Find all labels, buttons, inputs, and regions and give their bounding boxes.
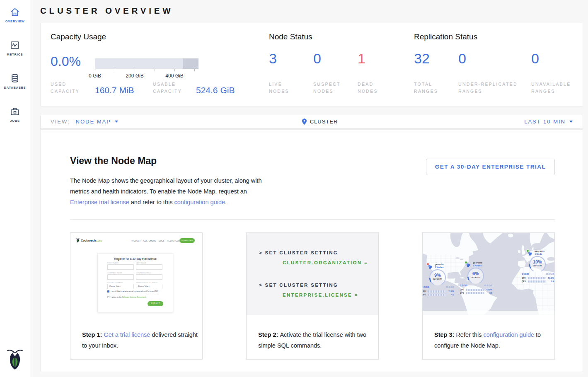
trial-registration-screenshot: Cockroach LABS PRODUCT CUSTOMERS DOCS RE…: [70, 233, 202, 320]
capacity-ring: 10% CAPACITY: [529, 256, 546, 273]
step3-caption: Step 3: Refer this configuration guide t…: [434, 329, 550, 351]
capacity-usage-title: Capacity Usage: [51, 32, 106, 41]
get-trial-license-link[interactable]: Get a trial license: [104, 331, 150, 338]
step1-card: Cockroach LABS PRODUCT CUSTOMERS DOCS RE…: [70, 232, 203, 360]
node-map-panel: View the Node Map The Node Map shows the…: [40, 129, 583, 372]
sidebar-item-databases[interactable]: DATABASES: [0, 73, 30, 89]
axis-tick-label: 200 GiB: [122, 73, 147, 79]
usable-capacity-value: 524.6 GiB: [196, 85, 235, 95]
suspect-nodes-label: SUSPECT NODES: [313, 81, 341, 95]
enterprise-trial-button[interactable]: GET A 30-DAY ENTERPRISE TRIAL: [426, 159, 555, 175]
home-icon: [10, 7, 20, 17]
configuration-guide-link[interactable]: configuration guide: [174, 199, 225, 205]
live-nodes-label: LIVE NODES: [269, 81, 289, 95]
download-button: DOWNLOAD: [179, 238, 195, 243]
location-pin-icon: [302, 118, 307, 125]
brand-text: Cockroach: [81, 239, 96, 242]
used-capacity-value: 160.7 MiB: [95, 85, 134, 95]
used-capacity-label: USED CAPACITY: [51, 81, 80, 95]
step2-caption: Step 2: Activate the trial license with …: [258, 329, 374, 351]
breadcrumb-cluster: CLUSTER: [310, 118, 338, 125]
unavailable-ranges-value: 0: [531, 51, 539, 67]
cockroach-labs-logo-icon: [76, 238, 80, 243]
brand-suffix: LABS: [96, 240, 102, 242]
under-replicated-ranges-value: 0: [458, 51, 466, 67]
capacity-ring: 6% CAPACITY: [467, 267, 484, 285]
sidebar-item-label: METRICS: [0, 53, 30, 56]
node-map-preview: geo=sfo 2 Nodes 9% CAPACITY 3.2 GiB35.1 …: [423, 233, 554, 315]
step2-card: > SET CLUSTER SETTING CLUSTER.ORGANIZATI…: [246, 232, 379, 360]
section-description: The Node Map shows the geographical layo…: [70, 175, 269, 208]
submit-button: SUBMIT: [148, 301, 163, 306]
total-ranges-label: TOTAL RANGES: [414, 81, 438, 95]
section-title: View the Node Map: [70, 155, 157, 167]
databases-icon: [10, 73, 20, 84]
sidebar-item-jobs[interactable]: JOBS: [0, 106, 30, 123]
chevron-down-icon[interactable]: [569, 121, 573, 123]
divider: [70, 219, 555, 220]
metrics-icon: [10, 40, 20, 51]
axis-tick-label: 0 GiB: [82, 73, 107, 79]
suspect-nodes-value: 0: [313, 51, 321, 67]
live-nodes-value: 3: [269, 51, 277, 67]
sidebar-item-metrics[interactable]: METRICS: [0, 40, 30, 56]
time-range-dropdown[interactable]: LAST 10 MIN: [524, 118, 566, 125]
sidebar-item-label: JOBS: [0, 119, 30, 123]
view-toolbar: VIEW:NODE MAP CLUSTER LAST 10 MIN: [40, 115, 583, 129]
axis-tick-label: 400 GiB: [162, 73, 187, 79]
capacity-ring: 9% CAPACITY: [429, 269, 446, 286]
dead-nodes-label: DEAD NODES: [358, 81, 378, 95]
total-ranges-value: 32: [414, 51, 430, 67]
form-title: Register for a 30-day trial license: [98, 257, 173, 260]
replication-status-title: Replication Status: [414, 32, 477, 41]
cluster-overview-page: OVERVIEW METRICS DATABASES JOBS CLUSTER …: [0, 0, 588, 377]
page-title: CLUSTER OVERVIEW: [40, 6, 173, 16]
registration-form: Register for a 30-day trial license FIRS…: [97, 253, 173, 312]
sidebar-item-overview[interactable]: OVERVIEW: [0, 7, 30, 23]
jobs-icon: [10, 106, 20, 117]
capacity-bar-used-segment: [183, 58, 198, 69]
step3-card: geo=sfo 2 Nodes 9% CAPACITY 3.2 GiB35.1 …: [422, 232, 555, 360]
enterprise-trial-license-link[interactable]: Enterprise trial license: [70, 199, 129, 205]
configuration-guide-link[interactable]: configuration guide: [483, 331, 534, 338]
sidebar-item-label: DATABASES: [0, 86, 30, 89]
cluster-summary-card: Capacity Usage 0.0% 0 GiB 200 GiB 400 Gi…: [40, 23, 583, 106]
capacity-bar: [95, 58, 198, 69]
unavailable-ranges-label: UNAVAILABLE RANGES: [531, 81, 571, 95]
dead-nodes-value: 1: [358, 51, 365, 67]
usable-capacity-label: USABLE CAPACITY: [153, 81, 182, 95]
under-replicated-ranges-label: UNDER-REPLICATED RANGES: [458, 81, 518, 95]
sidebar-item-label: OVERVIEW: [0, 19, 30, 23]
sql-code-block: > SET CLUSTER SETTING CLUSTER.ORGANIZATI…: [247, 233, 378, 315]
node-status-title: Node Status: [269, 32, 312, 41]
cockroach-logo: [6, 348, 24, 371]
capacity-percent: 0.0%: [51, 54, 81, 69]
step1-caption: Step 1: Get a trial license delivered st…: [82, 329, 198, 351]
sidebar: OVERVIEW METRICS DATABASES JOBS: [0, 0, 30, 377]
